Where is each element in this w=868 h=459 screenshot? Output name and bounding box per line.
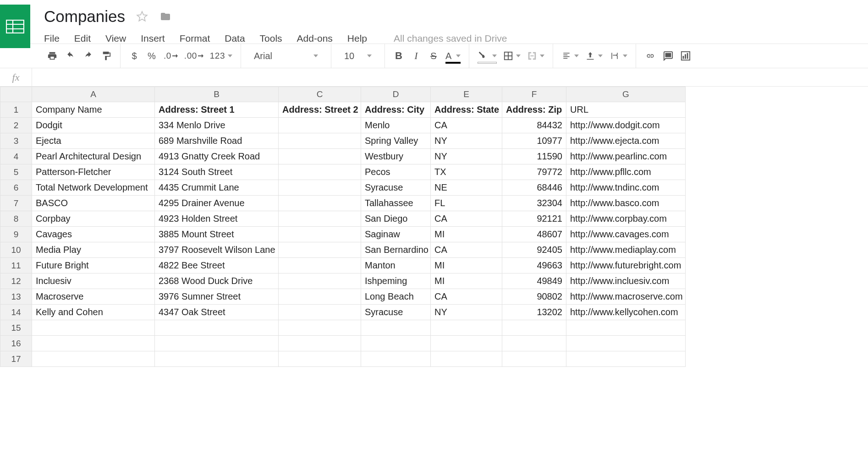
cell[interactable] (279, 133, 361, 149)
cell[interactable]: CA (431, 289, 502, 305)
cell[interactable]: 689 Marshville Road (155, 133, 279, 149)
cell[interactable]: http://www.futurebright.com (566, 258, 686, 273)
cell[interactable] (279, 273, 361, 289)
row-header[interactable]: 6 (0, 180, 32, 196)
cell[interactable]: Address: Street 2 (279, 102, 361, 118)
row-header[interactable]: 12 (0, 273, 32, 289)
cell[interactable]: http://www.pearlinc.com (566, 149, 686, 164)
cell[interactable] (279, 149, 361, 164)
cell[interactable]: 4913 Gnatty Creek Road (155, 149, 279, 164)
cell[interactable]: http://www.incluesiv.com (566, 273, 686, 289)
cell[interactable]: Patterson-Fletcher (32, 164, 155, 180)
cell[interactable]: San Diego (361, 211, 431, 227)
cell[interactable]: Spring Valley (361, 133, 431, 149)
cell[interactable]: Media Play (32, 242, 155, 258)
document-title[interactable]: Companies (44, 7, 125, 26)
cell[interactable]: Pecos (361, 164, 431, 180)
cell[interactable] (279, 258, 361, 273)
row-header[interactable]: 15 (0, 320, 32, 336)
cell[interactable] (361, 320, 431, 336)
cell[interactable]: MI (431, 227, 502, 242)
menu-format[interactable]: Format (180, 33, 210, 44)
cell[interactable]: 92121 (502, 211, 566, 227)
cell[interactable]: 11590 (502, 149, 566, 164)
sheets-logo[interactable] (0, 5, 30, 48)
cell[interactable]: http://www.kellycohen.com (566, 305, 686, 320)
row-header[interactable]: 11 (0, 258, 32, 273)
font-family-select[interactable]: Arial (249, 51, 323, 61)
cell[interactable]: http://www.tndinc.com (566, 180, 686, 196)
cell[interactable]: CA (431, 211, 502, 227)
cell[interactable]: Syracuse (361, 305, 431, 320)
cell[interactable] (279, 164, 361, 180)
cell[interactable]: http://www.macroserve.com (566, 289, 686, 305)
fill-color-button[interactable] (478, 49, 497, 63)
cell[interactable]: Address: Street 1 (155, 102, 279, 118)
cell[interactable]: Saginaw (361, 227, 431, 242)
cell[interactable]: 84432 (502, 118, 566, 133)
text-wrap-button[interactable] (609, 49, 627, 63)
cell[interactable]: Company Name (32, 102, 155, 118)
cell[interactable]: Cavages (32, 227, 155, 242)
cell[interactable]: NE (431, 180, 502, 196)
cell[interactable]: Dodgit (32, 118, 155, 133)
insert-comment-icon[interactable] (663, 49, 674, 63)
cell[interactable]: 4295 Drainer Avenue (155, 196, 279, 211)
cell[interactable]: 49663 (502, 258, 566, 273)
cell[interactable]: Manton (361, 258, 431, 273)
spreadsheet-grid[interactable]: ABCDEFG1Company NameAddress: Street 1Add… (0, 87, 868, 367)
cell[interactable] (361, 336, 431, 351)
percent-button[interactable]: % (146, 49, 157, 63)
cell[interactable] (155, 336, 279, 351)
row-header[interactable]: 4 (0, 149, 32, 164)
cell[interactable]: Address: State (431, 102, 502, 118)
cell[interactable]: TX (431, 164, 502, 180)
cell[interactable]: 48607 (502, 227, 566, 242)
cell[interactable] (279, 351, 361, 367)
row-header[interactable]: 3 (0, 133, 32, 149)
cell[interactable] (279, 211, 361, 227)
column-header[interactable]: A (32, 87, 155, 102)
cell[interactable]: http://www.dodgit.com (566, 118, 686, 133)
cell[interactable]: 49849 (502, 273, 566, 289)
paint-format-icon[interactable] (101, 49, 112, 63)
menu-insert[interactable]: Insert (141, 33, 165, 44)
cell[interactable]: MI (431, 258, 502, 273)
cell[interactable]: Corpbay (32, 211, 155, 227)
cell[interactable]: Pearl Architectural Design (32, 149, 155, 164)
merge-cells-button[interactable] (527, 49, 544, 63)
cell[interactable]: URL (566, 102, 686, 118)
cell[interactable]: Incluesiv (32, 273, 155, 289)
column-header[interactable]: F (502, 87, 566, 102)
cell[interactable] (32, 351, 155, 367)
cell[interactable]: CA (431, 242, 502, 258)
row-header[interactable]: 17 (0, 351, 32, 367)
cell[interactable]: Long Beach (361, 289, 431, 305)
cell[interactable] (279, 180, 361, 196)
select-all-corner[interactable] (0, 87, 32, 102)
cell[interactable]: BASCO (32, 196, 155, 211)
cell[interactable]: http://www.basco.com (566, 196, 686, 211)
cell[interactable]: 4923 Holden Street (155, 211, 279, 227)
redo-icon[interactable] (82, 49, 94, 63)
cell[interactable]: 334 Menlo Drive (155, 118, 279, 133)
column-header[interactable]: C (279, 87, 361, 102)
row-header[interactable]: 13 (0, 289, 32, 305)
row-header[interactable]: 14 (0, 305, 32, 320)
cell[interactable]: Menlo (361, 118, 431, 133)
cell[interactable]: Address: City (361, 102, 431, 118)
cell[interactable]: 79772 (502, 164, 566, 180)
cell[interactable] (155, 320, 279, 336)
font-size-select[interactable]: 10 (340, 51, 376, 61)
cell[interactable]: MI (431, 273, 502, 289)
cell[interactable]: 3885 Mount Street (155, 227, 279, 242)
borders-button[interactable] (503, 49, 521, 63)
cell[interactable] (431, 336, 502, 351)
cell[interactable]: Macroserve (32, 289, 155, 305)
menu-edit[interactable]: Edit (74, 33, 91, 44)
row-header[interactable]: 2 (0, 118, 32, 133)
cell[interactable]: Address: Zip (502, 102, 566, 118)
cell[interactable]: Total Network Development (32, 180, 155, 196)
column-header[interactable]: E (431, 87, 502, 102)
star-icon[interactable] (136, 11, 148, 22)
